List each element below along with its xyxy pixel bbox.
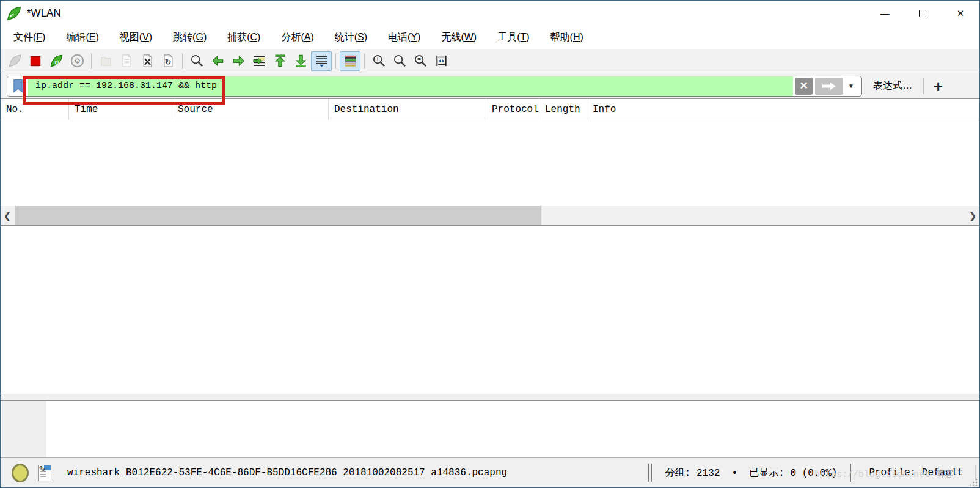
maximize-icon [919, 10, 926, 17]
close-button[interactable]: ✕ [942, 1, 979, 26]
bullet-separator: • [732, 468, 738, 479]
colorize-icon[interactable] [340, 51, 360, 71]
menu-item-h[interactable]: 帮助(H) [540, 26, 594, 49]
scroll-left-icon[interactable]: ❮ [1, 206, 14, 225]
zoom-original-icon[interactable]: = [410, 51, 431, 71]
start-capture-icon[interactable] [4, 51, 25, 71]
svg-text:⚙: ⚙ [73, 57, 80, 65]
scrollbar-thumb[interactable] [15, 206, 541, 225]
status-separator [648, 464, 652, 482]
display-filter-field: ✕ ▼ [7, 76, 862, 97]
menu-item-f[interactable]: 文件(F) [3, 26, 56, 49]
resize-columns-icon[interactable] [431, 51, 452, 71]
expression-button[interactable]: 表达式… [873, 79, 912, 92]
close-file-icon[interactable] [137, 51, 158, 71]
menu-item-g[interactable]: 跳转(G) [163, 26, 217, 49]
goto-packet-icon[interactable] [249, 51, 269, 71]
column-header-no[interactable]: No. [1, 99, 69, 120]
next-packet-icon[interactable] [228, 51, 249, 71]
expert-info-icon[interactable] [12, 464, 29, 482]
maximize-button[interactable] [904, 1, 942, 26]
packets-total: 分组: 2132 [665, 468, 720, 479]
column-header-length[interactable]: Length [539, 99, 587, 120]
zoom-out-icon[interactable]: − [389, 51, 410, 71]
packet-list-pane [1, 120, 979, 206]
bookmark-icon [12, 79, 24, 94]
wireshark-logo-icon [6, 6, 22, 21]
filter-apply-button[interactable] [815, 78, 843, 95]
reload-file-icon[interactable]: ↻ [158, 51, 178, 71]
capture-filename: wireshark_B012E622-53FE-4C6E-86DF-B5DD16… [67, 467, 507, 478]
restart-capture-icon[interactable]: ↻ [46, 51, 67, 71]
find-packet-icon[interactable] [186, 51, 207, 71]
first-packet-icon[interactable] [269, 51, 290, 71]
menu-item-c[interactable]: 捕获(C) [217, 26, 271, 49]
horizontal-scrollbar[interactable]: ❮ ❯ [1, 206, 979, 225]
capture-comment-icon[interactable]: ✎ [38, 465, 51, 481]
column-header-info[interactable]: Info [587, 99, 979, 120]
svg-text:=: = [417, 56, 421, 62]
previous-packet-icon[interactable] [207, 51, 228, 71]
pane-splitter[interactable] [1, 394, 979, 401]
svg-text:+: + [376, 56, 379, 62]
menu-item-w[interactable]: 无线(W) [431, 26, 487, 49]
filter-history-dropdown[interactable]: ▼ [843, 83, 859, 89]
last-packet-icon[interactable] [290, 51, 311, 71]
svg-text:−: − [397, 56, 400, 62]
packet-bytes-pane [1, 401, 979, 457]
auto-scroll-icon[interactable] [311, 51, 332, 71]
filter-clear-button[interactable]: ✕ [795, 78, 813, 95]
window-title: *WLAN [27, 7, 61, 20]
column-header-source[interactable]: Source [172, 99, 329, 120]
toolbar-separator [335, 53, 336, 69]
minimize-button[interactable]: — [866, 1, 904, 26]
menu-item-t[interactable]: 工具(T) [487, 26, 539, 49]
display-filter-input[interactable] [28, 76, 793, 96]
zoom-in-icon[interactable]: + [368, 51, 389, 71]
column-header-destination[interactable]: Destination [329, 99, 486, 120]
save-file-icon[interactable] [116, 51, 137, 71]
open-file-icon[interactable] [95, 51, 116, 71]
scroll-right-icon[interactable]: ❯ [966, 206, 979, 225]
packet-list-header: No.TimeSourceDestinationProtocolLengthIn… [1, 99, 979, 120]
menu-item-y[interactable]: 电话(Y) [378, 26, 431, 49]
wireshark-window: *WLAN — ✕ 文件(F)编辑(E)视图(V)跳转(G)捕获(C)分析(A)… [0, 0, 980, 488]
column-header-protocol[interactable]: Protocol [486, 99, 539, 120]
filter-bookmark-button[interactable] [7, 76, 28, 96]
menu-item-v[interactable]: 视图(V) [109, 26, 163, 49]
stop-capture-icon[interactable] [25, 51, 46, 71]
capture-options-icon[interactable]: ⚙ [67, 51, 87, 71]
packets-displayed: 已显示: 0 (0.0%) [749, 468, 837, 479]
apply-arrow-icon [821, 82, 838, 91]
status-bar: ✎ wireshark_B012E622-53FE-4C6E-86DF-B5DD… [1, 457, 979, 487]
menu-item-s[interactable]: 统计(S) [324, 26, 378, 49]
bytes-offset-gutter [2, 401, 46, 457]
menu-item-e[interactable]: 编辑(E) [56, 26, 109, 49]
resize-grip[interactable] [970, 478, 978, 486]
filterbar-separator [923, 78, 924, 94]
main-toolbar: ↻⚙↻+−= [1, 49, 979, 73]
profile-label[interactable]: Profile: Default [869, 467, 963, 478]
filter-toolbar: ✕ ▼ 表达式… + [1, 73, 979, 99]
packet-details-pane [1, 229, 979, 394]
toolbar-separator [364, 53, 365, 69]
svg-text:↻: ↻ [54, 59, 59, 66]
toolbar-separator [182, 53, 183, 69]
add-filter-button[interactable]: + [934, 80, 943, 92]
menu-item-a[interactable]: 分析(A) [271, 26, 324, 49]
title-bar: *WLAN — ✕ [1, 1, 979, 26]
toolbar-separator [91, 53, 92, 69]
column-header-time[interactable]: Time [69, 99, 172, 120]
status-separator-2 [850, 464, 854, 482]
menu-bar: 文件(F)编辑(E)视图(V)跳转(G)捕获(C)分析(A)统计(S)电话(Y)… [1, 26, 979, 49]
pencil-icon: ✎ [39, 462, 46, 476]
svg-text:↻: ↻ [165, 57, 172, 67]
packet-counts: 分组: 2132 • 已显示: 0 (0.0%) [665, 467, 838, 479]
